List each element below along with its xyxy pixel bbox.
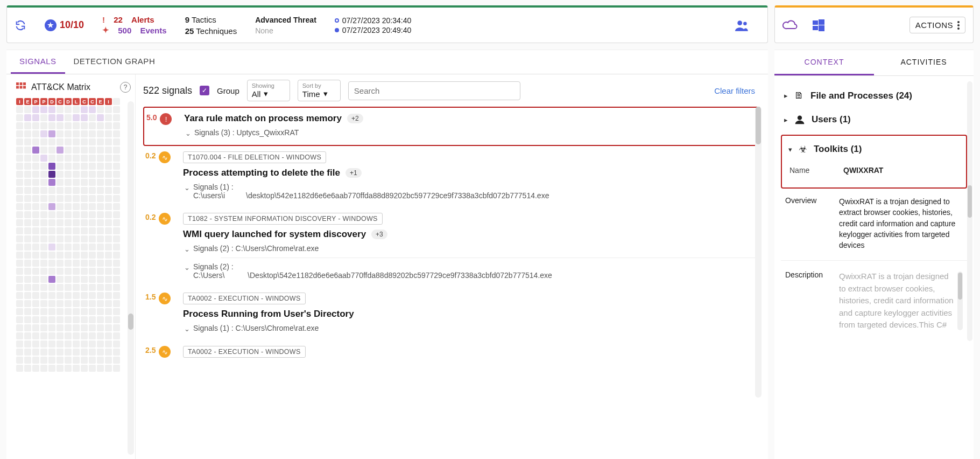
svg-rect-3 <box>819 19 824 25</box>
chevron-down-icon[interactable]: ⌄ <box>184 184 190 192</box>
signals-panel: 522 signals ✓ Group Showing All▾ Sort by… <box>136 74 768 459</box>
description-scrollbar[interactable] <box>957 272 963 330</box>
context-panel: CONTEXT ACTIVITIES ▸ 🗎 File and Processe… <box>774 50 974 459</box>
tactics-techniques: 9Tactics 25Techniques <box>185 15 237 36</box>
svg-rect-4 <box>813 26 818 30</box>
acc-toolkits: ▾ ☣ Toolkits (1) Name QWIXXRAT <box>781 135 967 189</box>
svg-point-0 <box>737 20 742 25</box>
alerts-events: ! 22 Alerts ✦ 500 Events <box>102 15 167 35</box>
tab-signals[interactable]: SIGNALS <box>11 50 65 74</box>
caret-right-icon: ▸ <box>784 116 788 124</box>
group-label: Group <box>217 86 239 95</box>
help-icon[interactable]: ? <box>120 82 131 93</box>
score-value: 10/10 <box>60 19 84 31</box>
star-icon: ★ <box>45 19 57 31</box>
svg-rect-7 <box>20 82 23 85</box>
context-tabs: CONTEXT ACTIVITIES <box>774 50 974 76</box>
technique-tag: TA0002 - EXECUTION - WINDOWS <box>183 346 306 358</box>
toolkit-description-row: Description QwixxRAT is a trojan designe… <box>781 263 967 339</box>
chevron-down-icon[interactable]: ⌄ <box>185 129 191 137</box>
toolkit-name-row: Name QWIXXRAT <box>787 161 961 180</box>
acc-users[interactable]: ▸ Users (1) <box>781 108 967 131</box>
signal-item[interactable]: 0.2∿ T1070.004 - FILE DELETION - WINDOWS… <box>143 146 760 207</box>
investigation-header: ★ 10/10 ! 22 Alerts ✦ 500 Events 9Tactic… <box>6 5 768 43</box>
group-checkbox[interactable]: ✓ <box>200 86 209 95</box>
time-end-dot <box>335 28 339 32</box>
count-badge: +1 <box>346 168 362 178</box>
signal-item[interactable]: 0.2∿ T1082 - SYSTEM INFORMATION DISCOVER… <box>143 207 760 287</box>
matrix-scrollbar[interactable] <box>128 101 134 455</box>
svg-rect-2 <box>813 20 818 25</box>
svg-rect-11 <box>23 86 26 89</box>
count-badge: +2 <box>347 114 363 123</box>
chevron-down-icon: ▾ <box>264 89 268 99</box>
chevron-down-icon[interactable]: ⌄ <box>184 245 190 253</box>
chevron-down-icon: ▾ <box>323 89 328 99</box>
chevron-down-icon[interactable]: ⌄ <box>184 263 190 272</box>
cloud-icon <box>782 20 798 31</box>
svg-rect-10 <box>20 86 23 89</box>
search-input[interactable] <box>348 81 520 100</box>
signal-item[interactable]: 2.5∿ TA0002 - EXECUTION - WINDOWS <box>143 340 760 365</box>
file-icon: 🗎 <box>794 90 804 101</box>
matrix-title: ATT&CK Matrix <box>31 82 115 92</box>
main-panel: SIGNALS DETECTION GRAPH ATT&CK Matrix ? … <box>6 50 768 459</box>
toolkit-overview-row: Overview QwixxRAT is a trojan designed t… <box>781 189 967 258</box>
technique-tag: TA0002 - EXECUTION - WINDOWS <box>183 293 306 304</box>
matrix-grid[interactable]: IEPPDCDLCCEI <box>16 98 131 372</box>
technique-tag: T1070.004 - FILE DELETION - WINDOWS <box>183 151 326 163</box>
caret-right-icon: ▸ <box>784 92 788 100</box>
acc-files[interactable]: ▸ 🗎 File and Processes (24) <box>781 84 967 108</box>
sync-icon[interactable] <box>15 19 26 31</box>
biohazard-icon: ☣ <box>799 143 807 155</box>
sortby-select[interactable]: Sort by Time▾ <box>298 80 341 101</box>
matrix-icon <box>16 82 26 92</box>
signals-toolbar: 522 signals ✓ Group Showing All▾ Sort by… <box>143 80 760 101</box>
severity-icon: ∿ <box>159 213 171 225</box>
svg-rect-5 <box>819 25 824 31</box>
kebab-icon <box>957 21 960 30</box>
threat-col: Advanced Threat None <box>255 16 316 35</box>
signal-item[interactable]: 5.0! Yara rule match on process memory+2… <box>143 107 760 146</box>
acc-toolkits-header[interactable]: ▾ ☣ Toolkits (1) <box>787 141 961 161</box>
users-icon[interactable] <box>735 19 749 31</box>
severity-icon: ! <box>160 113 172 125</box>
main-tabs: SIGNALS DETECTION GRAPH <box>6 50 768 74</box>
technique-tag: T1082 - SYSTEM INFORMATION DISCOVERY - W… <box>183 213 383 225</box>
severity-icon: ∿ <box>159 293 171 304</box>
showing-select[interactable]: Showing All▾ <box>247 80 290 101</box>
time-range: 07/27/2023 20:34:40 07/27/2023 20:49:40 <box>335 16 411 34</box>
time-start-dot <box>335 18 339 23</box>
clear-filters[interactable]: Clear filters <box>714 86 755 95</box>
signals-list: 5.0! Yara rule match on process memory+2… <box>143 107 760 398</box>
caret-down-icon: ▾ <box>788 145 792 154</box>
tab-activities[interactable]: ACTIVITIES <box>874 50 974 75</box>
severity-icon: ∿ <box>159 346 171 358</box>
attack-matrix-panel: ATT&CK Matrix ? IEPPDCDLCCEI <box>6 74 136 459</box>
asset-header: ACTIONS <box>774 5 974 43</box>
signal-count: 522 signals <box>143 85 192 96</box>
context-scrollbar[interactable] <box>967 81 972 341</box>
actions-button[interactable]: ACTIONS <box>910 17 965 33</box>
svg-rect-8 <box>23 82 26 85</box>
description-text: QwixxRAT is a trojan designed to extract… <box>839 270 963 331</box>
signal-item[interactable]: 1.5∿ TA0002 - EXECUTION - WINDOWS Proces… <box>143 287 760 340</box>
svg-rect-6 <box>16 82 19 85</box>
svg-point-12 <box>798 116 802 120</box>
severity-icon: ∿ <box>159 151 171 163</box>
chevron-down-icon[interactable]: ⌄ <box>184 325 190 333</box>
signals-scrollbar[interactable] <box>755 107 762 398</box>
score: ★ 10/10 <box>45 19 84 31</box>
windows-icon <box>813 19 824 31</box>
tab-context[interactable]: CONTEXT <box>774 50 874 75</box>
svg-point-1 <box>743 22 747 25</box>
user-icon <box>794 114 805 125</box>
count-badge: +3 <box>371 229 387 239</box>
svg-rect-9 <box>16 86 19 89</box>
tab-detection-graph[interactable]: DETECTION GRAPH <box>65 50 164 74</box>
